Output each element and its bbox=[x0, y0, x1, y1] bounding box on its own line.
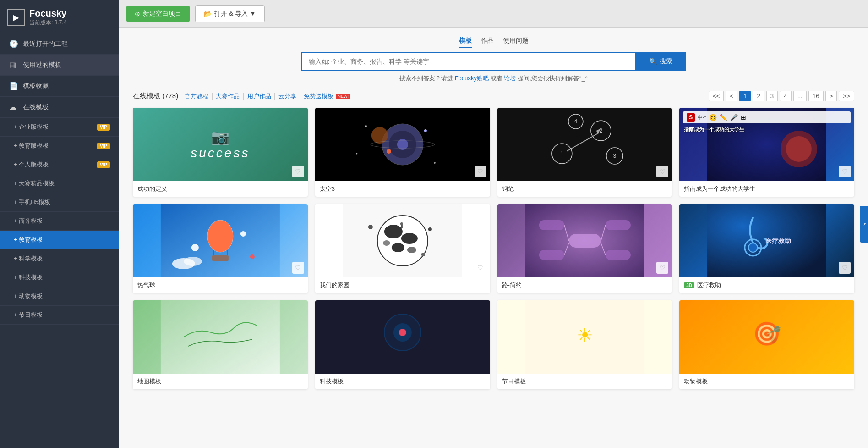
title-dark2: 科技模板 bbox=[320, 377, 344, 386]
camera-icon: 📷 success bbox=[191, 128, 250, 160]
sidebar-item-recent[interactable]: 🕐 最近打开的工程 bbox=[0, 33, 119, 55]
sidebar-sub-personal[interactable]: + 个人版模板 VIP bbox=[0, 155, 119, 174]
heart-btn-road[interactable]: ♡ bbox=[656, 262, 668, 274]
sidebar-sub-enterprise[interactable]: + 企业版模板 VIP bbox=[0, 118, 119, 137]
svg-text:3: 3 bbox=[613, 153, 616, 159]
floating-bar[interactable]: 5 bbox=[860, 206, 868, 243]
sidebar-sub-holiday[interactable]: + 节日模板 bbox=[0, 306, 119, 325]
heart-btn-world[interactable]: ♡ bbox=[475, 262, 486, 274]
tip-link-forum[interactable]: 论坛 bbox=[504, 75, 516, 82]
template-card-light2[interactable]: ☀ 节日模板 bbox=[497, 300, 672, 389]
success-text: success bbox=[191, 146, 250, 160]
tip-link-tieba[interactable]: Focusky贴吧 bbox=[455, 75, 489, 82]
filter-contest[interactable]: 大赛作品 bbox=[216, 92, 240, 100]
sidebar-sub-tech[interactable]: + 科技模板 bbox=[0, 268, 119, 287]
heart-btn-success[interactable]: ♡ bbox=[292, 166, 304, 177]
title-light2: 节日模板 bbox=[502, 377, 526, 386]
page-16[interactable]: 16 bbox=[808, 91, 824, 101]
filter-user[interactable]: 用户作品 bbox=[247, 92, 271, 100]
thumb-medical: 医疗救助 ♡ bbox=[679, 204, 854, 277]
template-card-medical[interactable]: 医疗救助 ♡ 3D 医疗救助 bbox=[679, 204, 854, 293]
open-import-label: 打开 & 导入 ▼ bbox=[214, 10, 256, 18]
filter-official[interactable]: 官方教程 bbox=[185, 92, 208, 100]
page-next-next[interactable]: >> bbox=[839, 91, 854, 101]
page-next[interactable]: > bbox=[825, 91, 837, 101]
template-card-extra[interactable]: 🎯 动物模板 bbox=[679, 300, 854, 389]
template-card-guide[interactable]: S 中·° 😊 ✏️ 🎤 ⊞ 指南成为一个成功的大学生 ♡ 指南成为一个成功的大… bbox=[679, 108, 854, 197]
new-project-button[interactable]: ⊕ 新建空白项目 bbox=[126, 6, 190, 22]
page-prev[interactable]: < bbox=[726, 91, 737, 101]
heart-btn-guide[interactable]: ♡ bbox=[839, 166, 851, 177]
label-guide: 指南成为一个成功的大学生 bbox=[679, 181, 854, 197]
sidebar-sub-mobile[interactable]: + 手机H5模板 bbox=[0, 193, 119, 212]
heart-btn-medical[interactable]: ♡ bbox=[839, 262, 851, 274]
search-button[interactable]: 🔍 搜索 bbox=[635, 52, 686, 71]
title-success: 成功的定义 bbox=[137, 185, 167, 193]
template-card-pen[interactable]: 1 2 3 4 ♡ 钢笔 bbox=[497, 108, 672, 197]
sub-label-animal: + 动物模板 bbox=[14, 292, 43, 300]
svg-point-38 bbox=[401, 233, 418, 244]
template-card-success[interactable]: 📷 success ♡ 成功的定义 bbox=[133, 108, 308, 197]
page-dots[interactable]: ... bbox=[793, 91, 807, 101]
sidebar-sub-science[interactable]: + 科学模板 bbox=[0, 249, 119, 268]
filter-free[interactable]: 免费送模板 NEW! bbox=[304, 92, 350, 100]
folder-icon: 📂 bbox=[204, 10, 212, 17]
template-card-road[interactable]: ♡ 路-简约 bbox=[497, 204, 672, 293]
sidebar-sub-contest[interactable]: + 大赛精品模板 bbox=[0, 174, 119, 193]
sidebar-sub-edu-tpl[interactable]: + 教育模板 bbox=[0, 231, 119, 249]
page-prev-prev[interactable]: << bbox=[709, 91, 724, 101]
thumb-success: 📷 success ♡ bbox=[133, 108, 308, 181]
template-card-balloon[interactable]: ♡ 热气球 bbox=[133, 204, 308, 293]
svg-rect-42 bbox=[401, 225, 403, 228]
tab-works[interactable]: 作品 bbox=[481, 37, 494, 48]
thumb-pen: 1 2 3 4 ♡ bbox=[497, 108, 672, 181]
title-extra: 动物模板 bbox=[684, 377, 708, 386]
page-1[interactable]: 1 bbox=[739, 91, 751, 101]
vip-badge-enterprise: VIP bbox=[97, 124, 110, 131]
sidebar-sub-animal[interactable]: + 动物模板 bbox=[0, 287, 119, 306]
svg-point-23 bbox=[786, 136, 812, 162]
world-svg bbox=[315, 204, 490, 277]
template-card-world[interactable]: ♡ 我们的家园 bbox=[315, 204, 490, 293]
thumb-space3: ♡ bbox=[315, 108, 490, 181]
label-extra: 动物模板 bbox=[679, 374, 854, 389]
page-2[interactable]: 2 bbox=[753, 91, 764, 101]
heart-btn-balloon[interactable]: ♡ bbox=[292, 262, 304, 274]
template-card-space3[interactable]: ♡ 太空3 bbox=[315, 108, 490, 197]
svg-rect-50 bbox=[605, 220, 630, 230]
tab-faq[interactable]: 使用问题 bbox=[503, 37, 529, 48]
new-project-label: 新建空白项目 bbox=[143, 10, 181, 18]
heart-btn-space3[interactable]: ♡ bbox=[475, 166, 486, 177]
sidebar-item-online-templates[interactable]: ☁ 在线模板 bbox=[0, 97, 119, 118]
filter-cloud[interactable]: 云分享 bbox=[278, 92, 296, 100]
sidebar-sub-education[interactable]: + 教育版模板 VIP bbox=[0, 137, 119, 155]
dark2-svg bbox=[315, 300, 490, 374]
pen-svg: 1 2 3 4 bbox=[497, 108, 672, 181]
sidebar-item-used-templates[interactable]: ▦ 使用过的模板 bbox=[0, 55, 119, 76]
extra-svg: 🎯 bbox=[679, 300, 854, 374]
thumb-balloon: ♡ bbox=[133, 204, 308, 277]
sub-label-contest: + 大赛精品模板 bbox=[14, 179, 55, 188]
svg-point-8 bbox=[434, 162, 436, 164]
label-pen: 钢笔 bbox=[497, 181, 672, 197]
search-input[interactable] bbox=[301, 52, 635, 71]
label-dark2: 科技模板 bbox=[315, 374, 490, 389]
svg-point-43 bbox=[400, 222, 403, 225]
svg-point-7 bbox=[365, 125, 367, 127]
page-4[interactable]: 4 bbox=[780, 91, 791, 101]
content-area: 模板 作品 使用问题 🔍 搜索 搜索不到答案？请进 Focusky贴吧 或者 论… bbox=[119, 28, 868, 448]
balloon-svg bbox=[133, 204, 308, 277]
template-card-dark2[interactable]: 科技模板 bbox=[315, 300, 490, 389]
open-import-button[interactable]: 📂 打开 & 导入 ▼ bbox=[195, 5, 265, 22]
sidebar-item-fav-templates[interactable]: 📄 模板收藏 bbox=[0, 76, 119, 97]
page-3[interactable]: 3 bbox=[766, 91, 778, 101]
nav-label-online-templates: 在线模板 bbox=[23, 103, 49, 111]
template-card-map[interactable]: 地图模板 bbox=[133, 300, 308, 389]
light2-svg: ☀ bbox=[497, 300, 672, 374]
tab-templates[interactable]: 模板 bbox=[459, 37, 472, 48]
sidebar-sub-business[interactable]: + 商务模板 bbox=[0, 212, 119, 231]
heart-btn-pen[interactable]: ♡ bbox=[656, 166, 668, 177]
sub-label-education: + 教育版模板 bbox=[14, 142, 49, 150]
tip-text: 搜索不到答案？请进 bbox=[399, 75, 453, 82]
filter-free-label: 免费送模板 bbox=[304, 93, 333, 100]
